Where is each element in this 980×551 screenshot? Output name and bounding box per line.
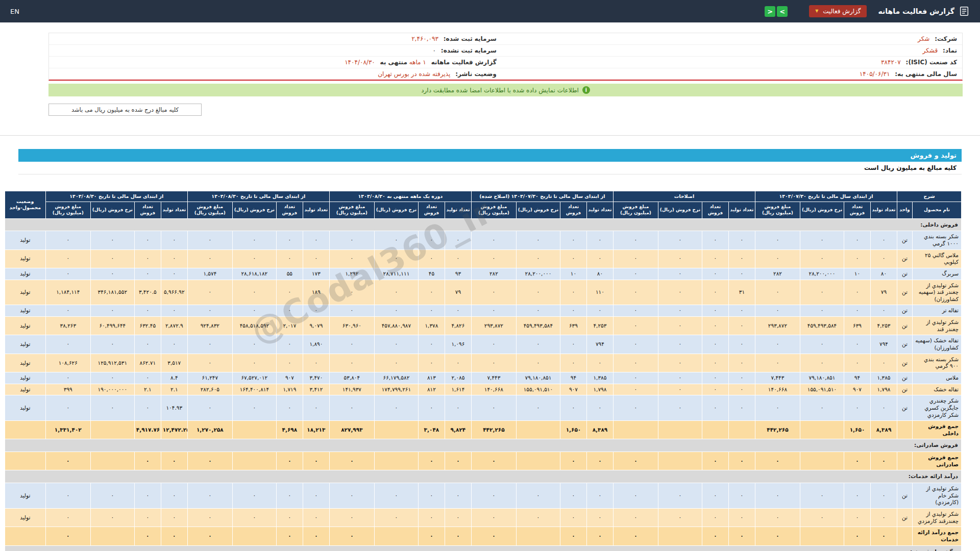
value-cell: ۰ (755, 395, 800, 421)
value-cell: ۹۰۷ (560, 384, 586, 395)
value-cell: ۰ (755, 508, 800, 527)
value-cell: ۲,۰۸۵ (445, 372, 471, 384)
value-cell: ۰ (45, 305, 90, 317)
value-cell: ۰ (161, 231, 187, 249)
value-cell: ۵,۹۶۶.۹۲ (161, 280, 187, 305)
value-cell: ۳,۴۷۰ (303, 372, 329, 384)
language-toggle-en[interactable]: EN (10, 8, 19, 15)
value-cell: ۰ (728, 335, 755, 354)
nav-forward-icon[interactable]: > (777, 6, 788, 17)
value-cell: ۰ (516, 354, 560, 372)
info-pair: سرمایه ثبت نشده: ۰ (54, 47, 497, 54)
value-cell: ۷۹۴ (870, 335, 897, 354)
value-cell: ۰ (134, 372, 161, 384)
value-cell: ۰ (870, 305, 897, 317)
product-row: ملاستن۱,۳۸۵۹۴۷۹,۱۸۰,۸۵۱۷,۴۴۳۰۰۰۰۱,۳۸۵۹۴۷… (5, 372, 961, 384)
product-status-cell: تولید (5, 395, 45, 421)
info-pair: سرمایه ثبت شده: ۲,۴۶۰,۰۹۳ (54, 35, 497, 42)
col-header-sub: نرخ فروش (ریال) (90, 202, 134, 218)
company-value[interactable]: شکر (918, 35, 929, 42)
value-cell: ۹۲۴,۸۳۲ (187, 317, 232, 335)
value-cell: ۰ (471, 508, 516, 527)
col-header-product-name: نام محصول (913, 202, 962, 218)
section-header-production-sales: تولید و فروش (18, 149, 962, 162)
value-cell: ۰ (45, 395, 90, 421)
col-header-sub: مبلغ فروش (میلیون ریال) (613, 202, 658, 218)
symbol-value[interactable]: قشکر (922, 47, 938, 54)
value-cell: ۰ (658, 384, 702, 395)
report-type-dropdown[interactable]: گزارش فعالیت ▼ (809, 5, 867, 17)
col-header-sub: مبلغ فروش (میلیون ریال) (329, 202, 374, 218)
value-cell: ۰ (586, 452, 613, 470)
value-cell: ۰ (90, 395, 134, 421)
value-cell: ۰ (374, 508, 418, 527)
value-cell: ۰ (276, 249, 303, 268)
value-cell: ۰ (702, 249, 728, 268)
value-cell: ۰ (728, 527, 755, 545)
value-cell: ۰ (702, 483, 728, 509)
value-cell: ۰ (702, 354, 728, 372)
unit-cell: تن (897, 354, 912, 372)
value-cell: ۹۴ (560, 372, 586, 384)
report-period-label: گزارش فعالیت ماهانه (431, 59, 497, 66)
value-cell: ۰ (800, 249, 844, 268)
value-cell: ۰ (658, 335, 702, 354)
value-cell: ۰ (276, 452, 303, 470)
value-cell: ۰ (329, 249, 374, 268)
value-cell: ۰ (702, 231, 728, 249)
value-cell: ۰ (45, 452, 90, 470)
product-row: شکر بسته بندي ۹۰۰ گرميتن۰۰۰۰۰۰۰۰۰۰۰۰۰۰۰۰… (5, 354, 961, 372)
value-cell: ۱,۶۱۴ (445, 384, 471, 395)
unregistered-capital-value: ۰ (433, 47, 436, 54)
value-cell: ۰ (658, 280, 702, 305)
unit-cell (897, 452, 912, 470)
col-header-desc: شرح (897, 191, 961, 202)
value-cell: ۱,۶۵۰ (844, 421, 870, 439)
section-label: فروش داخلی: (5, 218, 961, 231)
col-header-sub: نرخ فروش (ریال) (800, 202, 844, 218)
value-cell: ۰ (613, 354, 658, 372)
value-cell: ۴,۲۵۳ (870, 317, 897, 335)
unit-cell (897, 527, 912, 545)
value-cell: ۰ (161, 452, 187, 470)
nav-back-icon[interactable]: < (765, 6, 775, 17)
value-cell: ۸۱۳ (418, 372, 445, 384)
unit-cell: تن (897, 268, 912, 280)
value-cell: ۰ (516, 305, 560, 317)
value-cell: ۰ (800, 335, 844, 354)
value-cell: ۴,۹۱۷.۷۶ (134, 421, 161, 439)
value-cell: ۰ (471, 354, 516, 372)
value-cell: ۰ (613, 372, 658, 384)
value-cell: ۰ (702, 305, 728, 317)
value-cell: ۰ (187, 395, 232, 421)
value-cell: ۰ (329, 305, 374, 317)
value-cell: ۰ (445, 249, 471, 268)
value-cell: ۶۳۹ (560, 317, 586, 335)
value-cell: ۰ (45, 249, 90, 268)
value-cell: ۷,۴۴۳ (471, 372, 516, 384)
value-cell: ۰ (329, 335, 374, 354)
value-cell: ۰ (702, 280, 728, 305)
value-cell: ۰ (560, 305, 586, 317)
value-cell: ۹۴ (844, 372, 870, 384)
product-name-cell: ملاس (913, 372, 962, 384)
value-cell (658, 527, 702, 545)
info-row: شرکت: شکر سرمایه ثبت شده: ۲,۴۶۰,۰۹۳ (49, 33, 962, 45)
value-cell: ۴۴۲,۲۶۵ (471, 421, 516, 439)
value-cell: ۰ (374, 280, 418, 305)
value-cell: ۰ (445, 527, 471, 545)
value-cell: ۰ (613, 231, 658, 249)
value-cell: ۰ (516, 483, 560, 509)
company-label: شرکت: (935, 35, 957, 42)
header-sub-row: نام محصولواحدتعداد تولیدتعداد فروشنرخ فر… (5, 202, 961, 218)
value-cell: ۰ (516, 249, 560, 268)
section-row: فروش صادراتی: (5, 439, 961, 452)
value-cell: ۰ (276, 483, 303, 509)
registered-capital-label: سرمایه ثبت شده: (444, 35, 497, 42)
value-cell: ۰ (870, 249, 897, 268)
value-cell: ۴,۶۹۸ (276, 421, 303, 439)
info-row: سال مالی منتهی به: ۱۴۰۵/۰۶/۳۱ وضعیت ناشر… (49, 68, 962, 80)
value-cell: ۰ (560, 231, 586, 249)
value-cell: ۰ (800, 354, 844, 372)
value-cell: ۰ (586, 231, 613, 249)
